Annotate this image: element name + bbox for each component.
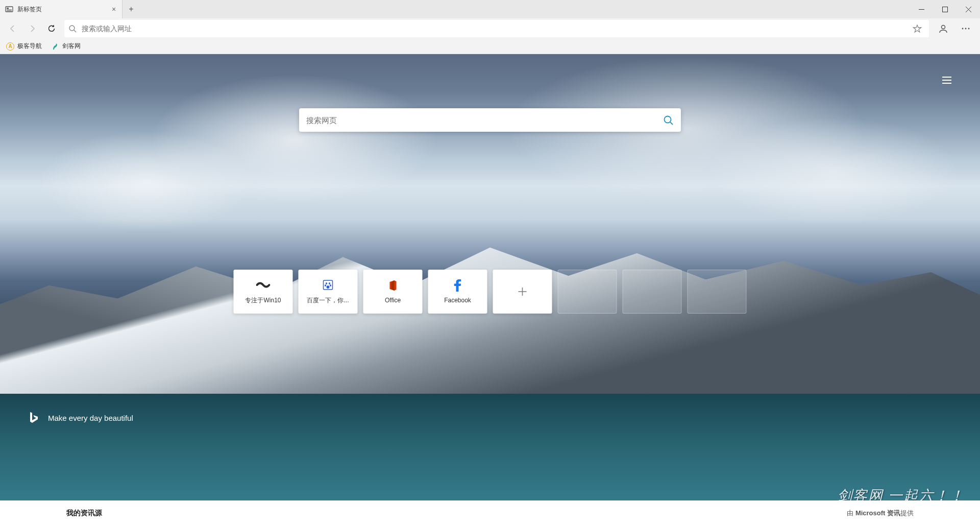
feed-title: 我的资讯源: [66, 509, 102, 518]
svg-point-15: [325, 284, 326, 286]
svg-point-6: [69, 26, 75, 31]
quick-link-tile[interactable]: Office: [363, 270, 423, 314]
new-tab-button[interactable]: +: [122, 0, 140, 18]
titlebar-drag-area: [140, 0, 910, 18]
bookmark-label: 极客导航: [17, 42, 42, 51]
toolbar: [0, 18, 980, 39]
refresh-button[interactable]: [43, 20, 60, 37]
bookmark-item[interactable]: 剑客网: [51, 42, 81, 51]
svg-point-14: [329, 282, 330, 284]
bookmark-label: 剑客网: [62, 42, 81, 51]
bookmarks-bar: A 极客导航 剑客网: [0, 39, 980, 54]
add-quick-link-button[interactable]: [493, 270, 552, 314]
news-feed-bar: 我的资讯源 由 Microsoft 资讯提供: [0, 500, 980, 526]
svg-point-9: [965, 28, 967, 30]
svg-point-10: [968, 28, 970, 30]
address-bar[interactable]: [64, 20, 929, 37]
jianke-icon: [51, 42, 59, 51]
titlebar: 新标签页 × +: [0, 0, 980, 18]
tile-label: Office: [385, 297, 401, 304]
favorite-button[interactable]: [910, 24, 925, 33]
quick-link-tile[interactable]: Facebook: [428, 270, 487, 314]
svg-rect-1: [7, 8, 9, 9]
quick-link-placeholder: [623, 270, 682, 314]
quick-link-tile[interactable]: 专注于Win10: [234, 270, 293, 314]
tile-label: 专注于Win10: [245, 296, 281, 305]
bing-logo-icon: [29, 412, 39, 424]
baidu-icon: [323, 279, 334, 291]
more-button[interactable]: [955, 20, 976, 37]
ntp-search-button[interactable]: [663, 114, 674, 126]
svg-point-8: [962, 28, 964, 30]
close-window-button[interactable]: [957, 0, 980, 18]
geek-icon: A: [6, 42, 14, 51]
tile-label: 百度一下，你...: [307, 296, 349, 305]
quick-link-placeholder: [688, 270, 747, 314]
new-tab-page: 专注于Win10 百度一下，你... Office Facebook: [0, 54, 980, 526]
svg-point-13: [326, 282, 327, 284]
page-settings-button[interactable]: [941, 75, 952, 86]
bookmark-item[interactable]: A 极客导航: [6, 42, 42, 51]
plus-icon: [518, 285, 528, 298]
address-input[interactable]: [82, 25, 910, 33]
search-icon: [68, 25, 77, 33]
quick-link-placeholder: [558, 270, 617, 314]
browser-tab[interactable]: 新标签页 ×: [0, 0, 122, 18]
window-controls: [910, 0, 980, 18]
tab-favicon-icon: [5, 5, 13, 13]
back-button[interactable]: [4, 20, 21, 37]
forward-button[interactable]: [23, 20, 41, 37]
quick-link-tile[interactable]: 百度一下，你...: [299, 270, 358, 314]
bing-tagline-text: Make every day beautiful: [48, 414, 133, 422]
feed-provider: 由 Microsoft 资讯提供: [847, 509, 914, 518]
quick-links: 专注于Win10 百度一下，你... Office Facebook: [234, 270, 747, 314]
tab-close-button[interactable]: ×: [110, 5, 118, 13]
background-clouds: [0, 54, 980, 267]
tile-label: Facebook: [444, 297, 471, 304]
office-icon: [388, 279, 398, 292]
facebook-icon: [454, 279, 461, 292]
maximize-button[interactable]: [933, 0, 957, 18]
svg-rect-4: [919, 9, 924, 10]
ntp-search-input[interactable]: [306, 116, 663, 125]
svg-point-16: [330, 284, 331, 286]
svg-rect-2: [7, 10, 12, 10]
bing-tagline: Make every day beautiful: [29, 412, 133, 424]
svg-rect-5: [942, 7, 947, 12]
svg-rect-3: [7, 11, 12, 11]
svg-point-11: [665, 116, 671, 123]
svg-point-7: [942, 26, 945, 29]
ntp-search-box[interactable]: [299, 108, 681, 132]
win10-icon: [256, 279, 271, 291]
tab-title: 新标签页: [17, 5, 110, 14]
minimize-button[interactable]: [910, 0, 933, 18]
profile-button[interactable]: [933, 20, 953, 37]
